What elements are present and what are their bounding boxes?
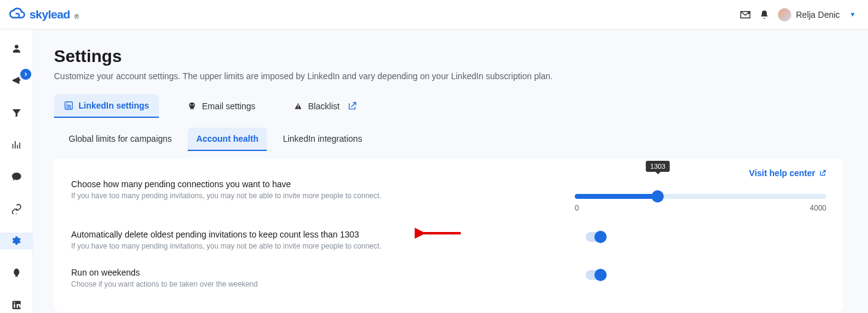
toggle-knob xyxy=(594,269,607,281)
slider-fill xyxy=(575,194,658,199)
user-name: Relja Denic xyxy=(796,10,840,20)
page-subtitle: Customize your account settings. The upp… xyxy=(54,71,843,81)
svg-point-8 xyxy=(193,104,194,106)
svg-point-7 xyxy=(190,104,191,106)
brand-dot: ® xyxy=(74,14,79,20)
nav-linkedin[interactable] xyxy=(0,297,33,313)
tab-label: LinkedIn settings xyxy=(79,101,149,110)
slider-min: 0 xyxy=(575,204,579,212)
toggle-knob xyxy=(594,231,607,243)
brand-logo[interactable]: skylead® xyxy=(9,6,79,23)
main-content: Settings Customize your account settings… xyxy=(33,29,868,313)
svg-point-6 xyxy=(189,102,194,108)
setting-sub: If you have too many pending invitations… xyxy=(71,191,382,200)
pending-slider[interactable]: 1303 0 4000 xyxy=(575,179,826,212)
caret-down-icon: ▼ xyxy=(850,11,856,18)
tab-global-limits[interactable]: Global limits for campaigns xyxy=(60,128,180,151)
setting-sub: If you have too many pending invitations… xyxy=(71,242,382,250)
nav-badge-icon xyxy=(20,69,31,80)
primary-tabs: LinkedIn settings Email settings Blackli… xyxy=(54,95,843,118)
nav-analytics[interactable] xyxy=(0,137,33,153)
nav-profile[interactable] xyxy=(0,41,33,56)
nav-filter[interactable] xyxy=(0,104,33,120)
slider-tooltip: 1303 xyxy=(646,161,669,172)
svg-point-4 xyxy=(13,302,15,303)
auto-delete-toggle[interactable] xyxy=(586,232,605,242)
setting-auto-delete: Automatically delete oldest pending invi… xyxy=(71,221,826,259)
slider-thumb[interactable] xyxy=(651,190,664,203)
user-area: Relja Denic ▼ xyxy=(740,8,856,21)
warning-icon xyxy=(293,101,303,111)
mail-icon[interactable] xyxy=(740,9,751,20)
weekends-toggle[interactable] xyxy=(586,270,605,280)
tab-email-settings[interactable]: Email settings xyxy=(177,95,265,117)
svg-point-0 xyxy=(15,45,18,48)
slider-track xyxy=(575,194,826,199)
brand-name: skylead xyxy=(29,8,70,21)
tab-label: Email settings xyxy=(202,101,255,111)
svg-rect-3 xyxy=(13,304,15,307)
external-link-icon xyxy=(347,101,357,111)
tab-linkedin-settings[interactable]: LinkedIn settings xyxy=(54,95,159,118)
tab-label: Blacklist xyxy=(308,101,339,111)
tab-blacklist[interactable]: Blacklist xyxy=(283,95,366,117)
user-menu[interactable]: Relja Denic ▼ xyxy=(778,8,856,21)
nav-campaigns[interactable] xyxy=(0,72,33,88)
top-bar: skylead® Relja Denic ▼ xyxy=(0,0,868,29)
page-title: Settings xyxy=(54,47,843,66)
avatar xyxy=(778,8,791,21)
setting-title: Automatically delete oldest pending invi… xyxy=(71,230,382,239)
nav-links[interactable] xyxy=(0,201,33,217)
nav-chat[interactable] xyxy=(0,169,33,185)
svg-rect-9 xyxy=(190,107,193,109)
nav-boost[interactable] xyxy=(0,265,33,281)
bell-icon[interactable] xyxy=(759,10,769,20)
linkedin-box-icon xyxy=(64,101,74,110)
nav-settings[interactable] xyxy=(0,233,33,249)
setting-title: Choose how many pending connections you … xyxy=(71,179,382,189)
setting-sub: Choose if you want actions to be taken o… xyxy=(71,280,258,288)
tab-linkedin-integrations[interactable]: LinkedIn integrations xyxy=(274,128,371,151)
secondary-tabs: Global limits for campaigns Account heal… xyxy=(54,128,843,151)
sidebar xyxy=(0,29,33,313)
annotation-arrow xyxy=(415,224,464,245)
setting-pending-connections: Choose how many pending connections you … xyxy=(71,171,826,221)
settings-panel: Visit help center Choose how many pendin… xyxy=(54,158,843,312)
setting-run-weekends: Run on weekends Choose if you want actio… xyxy=(71,259,826,297)
slider-max: 4000 xyxy=(810,204,826,212)
setting-title: Run on weekends xyxy=(71,268,258,277)
tab-account-health[interactable]: Account health xyxy=(188,128,267,151)
skull-icon xyxy=(187,101,197,111)
skylead-cloud-icon xyxy=(9,6,26,23)
